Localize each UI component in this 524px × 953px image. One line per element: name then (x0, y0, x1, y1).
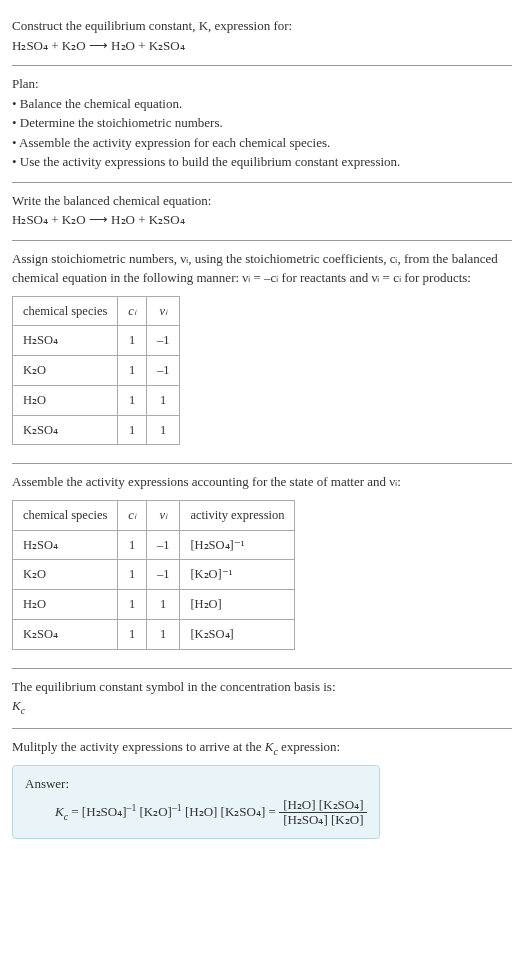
col-species: chemical species (13, 500, 118, 530)
cell-species: H₂O (13, 590, 118, 620)
multiply-intro: Mulitply the activity expressions to arr… (12, 737, 512, 759)
cell-species: K₂O (13, 356, 118, 386)
plan-title: Plan: (12, 74, 512, 94)
prompt-section: Construct the equilibrium constant, K, e… (12, 8, 512, 66)
cell-vi: –1 (146, 326, 180, 356)
cell-species: H₂SO₄ (13, 326, 118, 356)
table-row: K₂SO₄ 1 1 [K₂SO₄] (13, 619, 295, 649)
table-header-row: chemical species cᵢ νᵢ (13, 296, 180, 326)
symbol-value: Kc (12, 696, 512, 718)
cell-ci: 1 (118, 590, 147, 620)
stoich-table: chemical species cᵢ νᵢ H₂SO₄ 1 –1 K₂O 1 … (12, 296, 180, 446)
cell-vi: –1 (146, 530, 180, 560)
symbol-section: The equilibrium constant symbol in the c… (12, 669, 512, 730)
balanced-intro: Write the balanced chemical equation: (12, 191, 512, 211)
cell-expr: [H₂SO₄]⁻¹ (180, 530, 295, 560)
table-row: H₂SO₄ 1 –1 (13, 326, 180, 356)
kc-symbol: Kc (12, 698, 25, 713)
balanced-section: Write the balanced chemical equation: H₂… (12, 183, 512, 241)
activity-intro: Assemble the activity expressions accoun… (12, 472, 512, 492)
prompt-line: Construct the equilibrium constant, K, e… (12, 16, 512, 36)
cell-species: K₂SO₄ (13, 415, 118, 445)
answer-lhs: Kc = [H₂SO₄]–1 [K₂O]–1 [H₂O] [K₂SO₄] = (55, 804, 279, 819)
frac-denominator: [H₂SO₄] [K₂O] (279, 813, 367, 827)
answer-expression: Kc = [H₂SO₄]–1 [K₂O]–1 [H₂O] [K₂SO₄] = [… (25, 798, 367, 828)
activity-table: chemical species cᵢ νᵢ activity expressi… (12, 500, 295, 650)
cell-vi: 1 (146, 619, 180, 649)
plan-item: Balance the chemical equation. (12, 94, 512, 114)
multiply-text: Mulitply the activity expressions to arr… (12, 739, 340, 754)
col-vi: νᵢ (146, 500, 180, 530)
col-species: chemical species (13, 296, 118, 326)
prompt-equation: H₂SO₄ + K₂O ⟶ H₂O + K₂SO₄ (12, 36, 512, 56)
col-vi: νᵢ (146, 296, 180, 326)
cell-vi: 1 (146, 415, 180, 445)
answer-fraction: [H₂O] [K₂SO₄] [H₂SO₄] [K₂O] (279, 798, 367, 828)
table-header-row: chemical species cᵢ νᵢ activity expressi… (13, 500, 295, 530)
cell-ci: 1 (118, 530, 147, 560)
answer-label: Answer: (25, 774, 367, 794)
cell-vi: –1 (146, 356, 180, 386)
col-ci: cᵢ (118, 500, 147, 530)
cell-ci: 1 (118, 619, 147, 649)
cell-ci: 1 (118, 560, 147, 590)
cell-vi: 1 (146, 590, 180, 620)
plan-section: Plan: Balance the chemical equation. Det… (12, 66, 512, 183)
table-row: K₂SO₄ 1 1 (13, 415, 180, 445)
plan-item: Use the activity expressions to build th… (12, 152, 512, 172)
cell-ci: 1 (118, 356, 147, 386)
cell-species: H₂O (13, 385, 118, 415)
cell-expr: [H₂O] (180, 590, 295, 620)
frac-numerator: [H₂O] [K₂SO₄] (279, 798, 367, 813)
col-ci: cᵢ (118, 296, 147, 326)
cell-ci: 1 (118, 415, 147, 445)
cell-species: H₂SO₄ (13, 530, 118, 560)
stoich-section: Assign stoichiometric numbers, νᵢ, using… (12, 241, 512, 465)
cell-vi: –1 (146, 560, 180, 590)
table-row: K₂O 1 –1 (13, 356, 180, 386)
table-row: K₂O 1 –1 [K₂O]⁻¹ (13, 560, 295, 590)
cell-expr: [K₂SO₄] (180, 619, 295, 649)
plan-item: Assemble the activity expression for eac… (12, 133, 512, 153)
table-row: H₂SO₄ 1 –1 [H₂SO₄]⁻¹ (13, 530, 295, 560)
answer-box: Answer: Kc = [H₂SO₄]–1 [K₂O]–1 [H₂O] [K₂… (12, 765, 380, 838)
cell-expr: [K₂O]⁻¹ (180, 560, 295, 590)
table-row: H₂O 1 1 [H₂O] (13, 590, 295, 620)
activity-section: Assemble the activity expressions accoun… (12, 464, 512, 668)
cell-vi: 1 (146, 385, 180, 415)
stoich-intro: Assign stoichiometric numbers, νᵢ, using… (12, 249, 512, 288)
cell-ci: 1 (118, 326, 147, 356)
cell-species: K₂O (13, 560, 118, 590)
cell-species: K₂SO₄ (13, 619, 118, 649)
multiply-section: Mulitply the activity expressions to arr… (12, 729, 512, 848)
table-row: H₂O 1 1 (13, 385, 180, 415)
symbol-intro: The equilibrium constant symbol in the c… (12, 677, 512, 697)
plan-item: Determine the stoichiometric numbers. (12, 113, 512, 133)
col-expr: activity expression (180, 500, 295, 530)
prompt-text: Construct the equilibrium constant, K, e… (12, 18, 292, 33)
balanced-equation: H₂SO₄ + K₂O ⟶ H₂O + K₂SO₄ (12, 210, 512, 230)
cell-ci: 1 (118, 385, 147, 415)
